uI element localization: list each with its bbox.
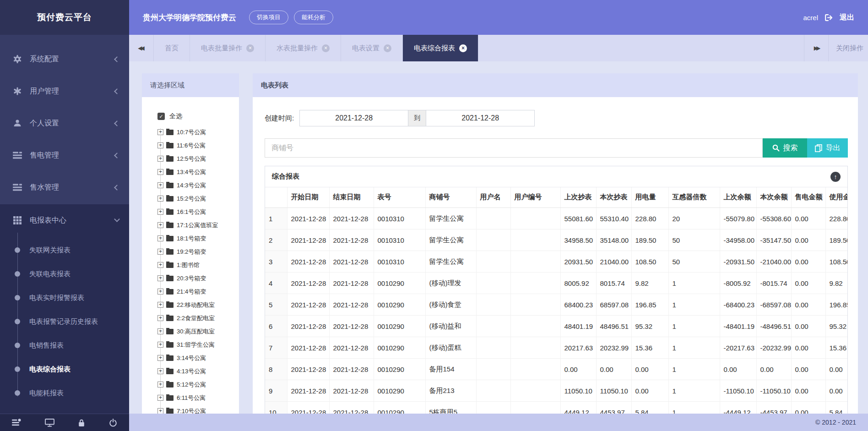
logout-icon[interactable]: [825, 14, 833, 22]
expand-plus-icon[interactable]: +: [157, 395, 163, 401]
tab-2[interactable]: 水表批量操作×: [266, 35, 341, 61]
tree-node-19[interactable]: +5:12号公寓: [157, 378, 236, 391]
logout-button[interactable]: 退出: [840, 13, 854, 22]
tree-node-2[interactable]: +12:5号公寓: [157, 152, 236, 165]
expand-plus-icon[interactable]: +: [157, 169, 163, 175]
sidebar-subitem-0[interactable]: 失联网关报表: [0, 238, 129, 262]
sidebar-item-4[interactable]: 售水管理: [0, 171, 129, 203]
expand-plus-icon[interactable]: +: [157, 315, 163, 321]
start-date-input[interactable]: [299, 110, 408, 126]
table-cell: 2021-12-28: [329, 380, 374, 401]
sidebar-item-0[interactable]: 系统配置: [0, 43, 129, 75]
shop-number-input[interactable]: [265, 138, 763, 158]
tree-node-4[interactable]: +14:3号公寓: [157, 179, 236, 192]
expand-plus-icon[interactable]: +: [157, 275, 163, 281]
select-all-checkbox[interactable]: ✓ 全选: [157, 111, 236, 122]
lock-icon[interactable]: [78, 419, 85, 427]
expand-plus-icon[interactable]: +: [157, 368, 163, 374]
tree-node-label: 6:11号公寓: [177, 394, 206, 402]
tree-node-5[interactable]: +15:2号公寓: [157, 192, 236, 205]
tree-node-17[interactable]: +3:14号公寓: [157, 351, 236, 365]
tab-close-icon[interactable]: ×: [322, 44, 330, 52]
table-cell: [510, 229, 560, 251]
collapse-up-icon[interactable]: ↑: [830, 172, 841, 182]
expand-plus-icon[interactable]: +: [157, 302, 163, 308]
export-button-label: 导出: [826, 143, 841, 153]
expand-plus-icon[interactable]: +: [157, 262, 163, 268]
tab-close-icon[interactable]: ×: [459, 44, 467, 52]
switch-project-button[interactable]: 切换项目: [249, 11, 288, 24]
tab-close-icon[interactable]: ×: [384, 44, 391, 52]
tree-node-6[interactable]: +16:1号公寓: [157, 205, 236, 218]
tree-node-18[interactable]: +4:13号公寓: [157, 365, 236, 378]
expand-plus-icon[interactable]: +: [157, 382, 163, 387]
tree-node-label: 15:2号公寓: [177, 195, 206, 203]
expand-plus-icon[interactable]: +: [157, 342, 163, 348]
expand-plus-icon[interactable]: +: [157, 235, 163, 241]
tabs-scroll-right-icon[interactable]: ▶▶: [804, 35, 829, 61]
export-button[interactable]: 导出: [807, 138, 848, 158]
tab-label: 电表设置: [352, 44, 380, 53]
expand-plus-icon[interactable]: +: [157, 355, 163, 361]
expand-plus-icon[interactable]: +: [157, 156, 163, 162]
tree-node-12[interactable]: +21:4号箱变: [157, 285, 236, 298]
end-date-input[interactable]: [426, 110, 535, 126]
sidebar-item-3[interactable]: 售电管理: [0, 139, 129, 171]
sidebar-subitem-6[interactable]: 电能耗报表: [0, 381, 129, 405]
tree-node-14[interactable]: +2:2食堂配电室: [157, 311, 236, 325]
tabs-scroll-left-icon[interactable]: ◀◀: [129, 35, 154, 61]
folder-icon: [166, 236, 174, 241]
tree-node-3[interactable]: +13:4号公寓: [157, 165, 236, 179]
table-cell: -8015.74: [756, 272, 791, 294]
sidebar-item-1[interactable]: 用户管理: [0, 75, 129, 107]
tree-node-9[interactable]: +19:2号箱变: [157, 245, 236, 258]
tab-close-icon[interactable]: ×: [246, 44, 254, 52]
tree-node-0[interactable]: +10:7号公寓: [157, 125, 236, 139]
expand-plus-icon[interactable]: +: [157, 142, 163, 148]
folder-icon: [166, 382, 174, 387]
sidebar-subitem-4[interactable]: 电销售报表: [0, 333, 129, 357]
sidebar-item-5[interactable]: 电报表中心: [0, 204, 129, 236]
tab-1[interactable]: 电表批量操作×: [190, 35, 266, 61]
expand-plus-icon[interactable]: +: [157, 289, 163, 295]
tree-node-15[interactable]: +30:高压配电室: [157, 325, 236, 338]
tree-node-1[interactable]: +11:6号公寓: [157, 139, 236, 152]
power-icon[interactable]: [109, 419, 117, 427]
expand-plus-icon[interactable]: +: [157, 328, 163, 334]
table-cell: [476, 207, 510, 229]
expand-plus-icon[interactable]: +: [157, 209, 163, 215]
sidebar-subitem-5[interactable]: 电表综合报表: [0, 357, 129, 381]
expand-plus-icon[interactable]: +: [157, 129, 163, 135]
row-number: 2: [265, 229, 287, 251]
tree-node-7[interactable]: +17:1公寓值班室: [157, 218, 236, 232]
tree-node-21[interactable]: +7:10号公寓: [157, 404, 236, 414]
expand-plus-icon[interactable]: +: [157, 222, 163, 228]
close-operations-menu[interactable]: 关闭操作: [829, 35, 868, 61]
monitor-icon[interactable]: [45, 419, 54, 427]
tree-node-10[interactable]: +1:图书馆: [157, 258, 236, 272]
table-cell: -68400.23: [720, 294, 756, 315]
energy-analysis-button[interactable]: 能耗分析: [294, 11, 333, 24]
search-button[interactable]: 搜索: [763, 138, 807, 158]
sidebar-item-2[interactable]: 个人设置: [0, 107, 129, 139]
sidebar-subitem-2[interactable]: 电表实时报警报表: [0, 286, 129, 310]
folder-icon: [166, 223, 174, 228]
sidebar-subitem-1[interactable]: 失联电表报表: [0, 262, 129, 286]
tree-node-20[interactable]: +6:11号公寓: [157, 391, 236, 404]
expand-plus-icon[interactable]: +: [157, 249, 163, 255]
tree-node-13[interactable]: +22:移动配电室: [157, 298, 236, 311]
expand-plus-icon[interactable]: +: [157, 182, 163, 188]
expand-plus-icon[interactable]: +: [157, 196, 163, 202]
sidebar-subitem-3[interactable]: 电表报警记录历史报表: [0, 310, 129, 333]
column-header: 用户编号: [510, 187, 560, 207]
menu-lines-icon[interactable]: [12, 419, 21, 426]
tree-node-8[interactable]: +18:1号箱变: [157, 232, 236, 245]
tree-node-16[interactable]: +31:留学生公寓: [157, 338, 236, 351]
tab-4[interactable]: 电表综合报表×: [403, 35, 478, 61]
tab-3[interactable]: 电表设置×: [341, 35, 403, 61]
expand-plus-icon[interactable]: +: [157, 408, 163, 414]
tab-0[interactable]: 首页: [154, 35, 190, 61]
table-cell: [476, 337, 510, 358]
tree-node-11[interactable]: +20:3号箱变: [157, 272, 236, 285]
table-cell: 0.00: [791, 358, 825, 380]
